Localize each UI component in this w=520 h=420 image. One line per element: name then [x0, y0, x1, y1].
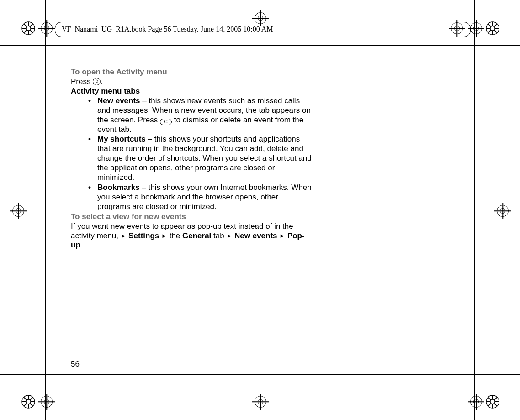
crop-line-top: [0, 45, 520, 46]
nav-arrow-icon: ►: [279, 232, 285, 239]
nav-arrow-icon: ►: [121, 232, 127, 239]
nav-arrow-icon: ►: [226, 232, 232, 239]
registration-target-icon: [38, 20, 55, 37]
crop-line-right: [474, 0, 475, 420]
crop-line-left: [45, 0, 46, 420]
page-number: 56: [71, 360, 80, 369]
c-key-icon: C: [160, 119, 172, 125]
list-item: New events – this shows new events such …: [97, 96, 313, 135]
nav-path-text: If you want new events to appear as pop-…: [71, 222, 313, 251]
registration-wheel-icon: [21, 394, 36, 409]
registration-target-icon: [494, 203, 511, 219]
nav-arrow-icon: ►: [161, 232, 167, 239]
registration-target-icon: [10, 203, 27, 219]
registration-target-icon: [38, 394, 55, 410]
list-item: My shortcuts – this shows your shortcuts…: [97, 135, 313, 183]
page-header-text: VF_Nanami_UG_R1A.book Page 56 Tuesday, J…: [62, 25, 273, 33]
page-content: To open the Activity menu Press . Activi…: [71, 68, 313, 250]
registration-target-icon: [252, 394, 269, 410]
heading-open-activity: To open the Activity menu: [71, 68, 313, 77]
registration-wheel-icon: [21, 21, 36, 36]
list-item: Bookmarks – this shows your own Internet…: [97, 183, 313, 212]
registration-wheel-icon: [485, 394, 500, 409]
crop-line-bottom: [0, 374, 520, 375]
press-line: Press .: [71, 77, 313, 87]
activity-key-icon: [93, 78, 101, 85]
heading-select-view: To select a view for new events: [71, 212, 313, 222]
heading-activity-tabs: Activity menu tabs: [71, 87, 313, 96]
registration-wheel-icon: [485, 21, 500, 36]
page-header: VF_Nanami_UG_R1A.book Page 56 Tuesday, J…: [55, 22, 471, 37]
activity-tabs-list: New events – this shows new events such …: [71, 96, 313, 212]
registration-target-icon: [468, 394, 484, 410]
